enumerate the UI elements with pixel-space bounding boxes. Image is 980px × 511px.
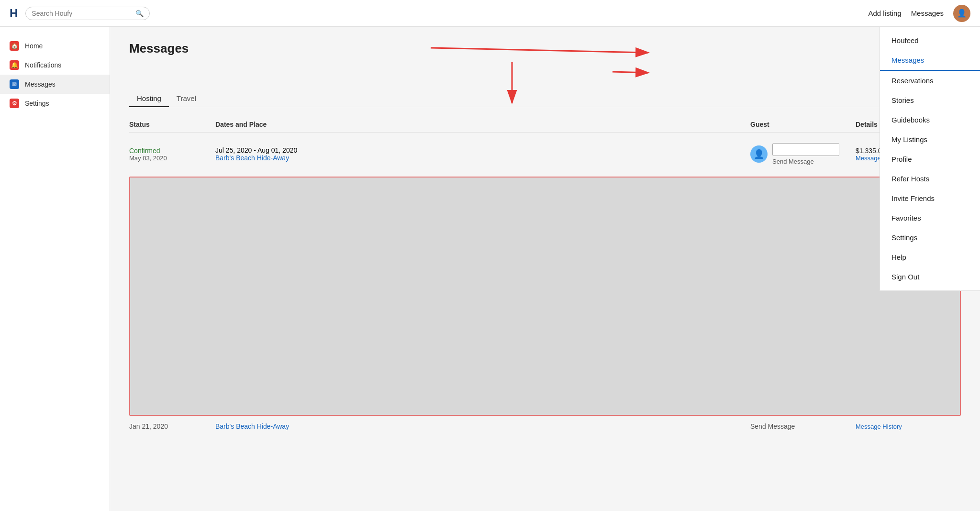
bottom-send-message[interactable]: Send Message bbox=[750, 422, 856, 430]
logo-h: H bbox=[10, 7, 18, 20]
tab-travel[interactable]: Travel bbox=[169, 90, 204, 107]
filter-row: All Messages Unread Archived bbox=[129, 66, 961, 81]
table-header: Status Dates and Place Guest Details bbox=[129, 117, 961, 133]
sidebar: 🏠 Home 🔔 Notifications ✉ Messages ⚙ Sett… bbox=[0, 27, 110, 511]
dropdown-help[interactable]: Help bbox=[880, 247, 980, 267]
dropdown-stories[interactable]: Stories bbox=[880, 90, 980, 110]
sidebar-item-settings[interactable]: ⚙ Settings bbox=[0, 94, 110, 113]
listing-link[interactable]: Barb's Beach Hide-Away bbox=[215, 154, 289, 162]
tab-hosting[interactable]: Hosting bbox=[129, 90, 169, 107]
status-confirmed: Confirmed bbox=[129, 147, 215, 155]
sidebar-item-notifications[interactable]: 🔔 Notifications bbox=[0, 56, 110, 75]
table-row: Confirmed May 03, 2020 Jul 25, 2020 - Au… bbox=[129, 136, 961, 172]
send-message-link[interactable]: Send Message bbox=[772, 158, 839, 165]
row-guest: 👤 Send Message bbox=[750, 143, 856, 165]
layout: 🏠 Home 🔔 Notifications ✉ Messages ⚙ Sett… bbox=[0, 27, 980, 511]
dropdown-messages[interactable]: Messages bbox=[880, 50, 980, 71]
notifications-icon: 🔔 bbox=[10, 60, 19, 70]
tabs: Hosting Travel bbox=[129, 90, 961, 107]
dropdown-my-listings[interactable]: My Listings bbox=[880, 130, 980, 149]
sidebar-item-messages[interactable]: ✉ Messages bbox=[0, 75, 110, 94]
col-status: Status bbox=[129, 121, 215, 128]
search-input[interactable] bbox=[32, 10, 135, 17]
date-booked: May 03, 2020 bbox=[129, 155, 215, 162]
dropdown-guidebooks[interactable]: Guidebooks bbox=[880, 110, 980, 130]
messages-icon: ✉ bbox=[10, 79, 19, 89]
dropdown-houfeed[interactable]: Houfeed bbox=[880, 31, 980, 50]
dropdown-profile[interactable]: Profile bbox=[880, 149, 980, 169]
page-title: Messages bbox=[129, 41, 961, 56]
row-dates-place: Jul 25, 2020 - Aug 01, 2020 Barb's Beach… bbox=[215, 146, 750, 162]
dropdown-settings[interactable]: Settings bbox=[880, 228, 980, 247]
header-messages-link[interactable]: Messages bbox=[911, 9, 944, 17]
guest-input-wrap: Send Message bbox=[772, 143, 839, 165]
search-icon: 🔍 bbox=[135, 10, 144, 17]
dropdown-refer-hosts[interactable]: Refer Hosts bbox=[880, 169, 980, 189]
header: H 🔍 Add listing Messages 👤 bbox=[0, 0, 980, 27]
search-bar[interactable]: 🔍 bbox=[25, 7, 150, 20]
row-status: Confirmed May 03, 2020 bbox=[129, 147, 215, 162]
col-guest: Guest bbox=[750, 121, 856, 128]
guest-avatar-icon: 👤 bbox=[750, 145, 768, 163]
dropdown-reservations[interactable]: Reservations bbox=[880, 71, 980, 90]
sidebar-settings-label: Settings bbox=[25, 100, 49, 107]
sidebar-messages-label: Messages bbox=[25, 80, 56, 88]
home-icon: 🏠 bbox=[10, 41, 19, 51]
bottom-row: Jan 21, 2020 Barb's Beach Hide-Away Send… bbox=[129, 416, 961, 437]
add-listing-link[interactable]: Add listing bbox=[868, 9, 901, 17]
sidebar-notifications-label: Notifications bbox=[25, 61, 61, 69]
bottom-listing-link[interactable]: Barb's Beach Hide-Away bbox=[215, 422, 750, 430]
sidebar-item-home[interactable]: 🏠 Home bbox=[0, 36, 110, 56]
header-right: Add listing Messages 👤 bbox=[868, 5, 970, 22]
dropdown-sign-out[interactable]: Sign Out bbox=[880, 267, 980, 287]
col-dates: Dates and Place bbox=[215, 121, 750, 128]
settings-icon: ⚙ bbox=[10, 99, 19, 108]
bottom-date: Jan 21, 2020 bbox=[129, 422, 215, 430]
gray-content-area bbox=[129, 177, 961, 416]
dropdown-menu: Houfeed Messages Reservations Stories Gu… bbox=[880, 27, 980, 291]
dropdown-invite-friends[interactable]: Invite Friends bbox=[880, 189, 980, 208]
bottom-message-history[interactable]: Message History bbox=[856, 423, 961, 430]
main-content: Messages All Messages Unread Archived Ho… bbox=[110, 27, 980, 511]
guest-name-input[interactable] bbox=[772, 143, 839, 156]
dropdown-favorites[interactable]: Favorites bbox=[880, 208, 980, 228]
row-dates: Jul 25, 2020 - Aug 01, 2020 bbox=[215, 146, 750, 154]
logo[interactable]: H bbox=[10, 7, 18, 20]
sidebar-home-label: Home bbox=[25, 42, 43, 50]
avatar[interactable]: 👤 bbox=[953, 5, 970, 22]
